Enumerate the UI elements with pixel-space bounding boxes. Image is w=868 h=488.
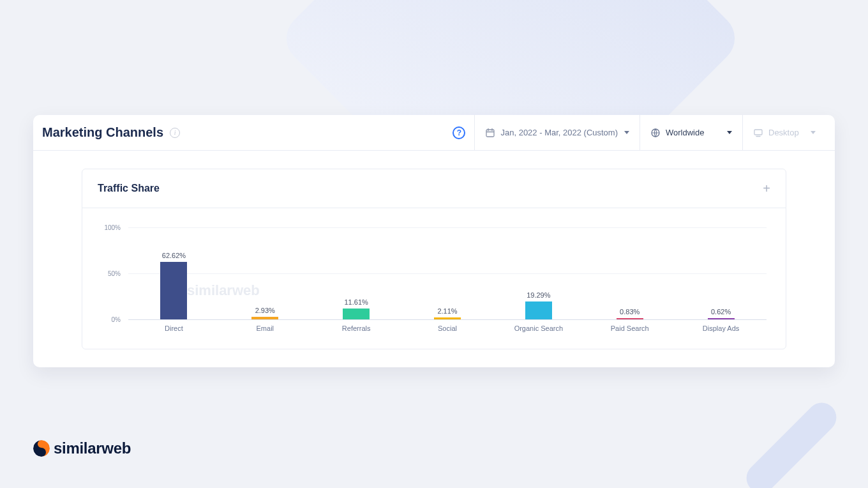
marketing-channels-card: Marketing Channels i ? Jan, 2022 - Mar, … (33, 115, 835, 367)
chart-bar: 62.62%Direct (128, 227, 220, 319)
y-axis: 100% 50% 0% (95, 227, 121, 319)
bar: 62.62% (160, 262, 187, 319)
chart-bar: 19.29%Organic Search (493, 227, 584, 319)
info-icon[interactable]: i (170, 128, 180, 138)
chevron-down-icon (727, 131, 732, 134)
plus-icon[interactable]: + (763, 182, 770, 195)
chart-bar: 2.93%Email (220, 227, 311, 319)
globe-icon (650, 128, 661, 138)
baseline (128, 319, 767, 320)
device-label: Desktop (768, 128, 799, 137)
y-tick: 50% (95, 270, 121, 277)
bar: 19.29% (525, 301, 552, 319)
bar-category-label: Display Ads (703, 324, 739, 332)
svg-rect-0 (486, 130, 494, 137)
bar-value-label: 11.61% (344, 298, 368, 306)
bar-value-label: 0.62% (711, 308, 731, 316)
brand-name: similarweb (54, 439, 131, 457)
panel-header: Traffic Share + (82, 169, 786, 208)
bar-category-label: Direct (165, 324, 183, 332)
bar-value-label: 2.93% (255, 307, 275, 314)
bar-category-label: Paid Search (611, 324, 649, 332)
date-range-selector[interactable]: Jan, 2022 - Mar, 2022 (Custom) (475, 115, 640, 151)
bar: 0.83% (617, 318, 643, 319)
bar-value-label: 0.83% (620, 308, 640, 316)
svg-rect-2 (754, 130, 762, 135)
bar-category-label: Organic Search (514, 324, 563, 332)
page-title: Marketing Channels (42, 125, 163, 140)
similarweb-icon (33, 440, 50, 457)
bar: 11.61% (343, 309, 370, 319)
similarweb-logo: similarweb (33, 439, 131, 457)
desktop-icon (753, 128, 763, 138)
bar: 2.11% (434, 317, 461, 319)
bar: 2.93% (251, 317, 278, 319)
chart-bar: 0.83%Paid Search (584, 227, 675, 319)
panel-title: Traffic Share (98, 183, 160, 194)
chevron-down-icon (624, 131, 629, 134)
bar-value-label: 62.62% (162, 252, 186, 259)
plot-area: 62.62%Direct2.93%Email11.61%Referrals2.1… (128, 227, 767, 319)
chevron-down-icon (811, 131, 816, 134)
y-tick: 100% (95, 224, 121, 231)
date-range-label: Jan, 2022 - Mar, 2022 (Custom) (500, 128, 618, 137)
calendar-icon (485, 128, 495, 138)
help-icon[interactable]: ? (453, 126, 465, 139)
device-selector[interactable]: Desktop (743, 115, 826, 151)
chart-bar: 0.62%Display Ads (675, 227, 767, 319)
background-shape (740, 397, 842, 488)
y-tick: 0% (95, 316, 121, 323)
region-label: Worldwide (666, 128, 704, 137)
card-header: Marketing Channels i ? Jan, 2022 - Mar, … (33, 115, 835, 151)
region-selector[interactable]: Worldwide (640, 115, 742, 151)
traffic-share-panel: Traffic Share + similarweb 100% 50% 0% 6… (82, 169, 786, 349)
traffic-share-chart: similarweb 100% 50% 0% 62.62%Direct2.93%… (82, 208, 786, 349)
bar-category-label: Social (438, 324, 457, 332)
chart-bar: 2.11%Social (402, 227, 493, 319)
bar-category-label: Referrals (342, 324, 371, 332)
bar-value-label: 2.11% (437, 307, 457, 315)
bar-category-label: Email (257, 324, 274, 332)
chart-bar: 11.61%Referrals (311, 227, 402, 319)
bar: 0.62% (708, 318, 735, 319)
bar-value-label: 19.29% (527, 291, 550, 299)
